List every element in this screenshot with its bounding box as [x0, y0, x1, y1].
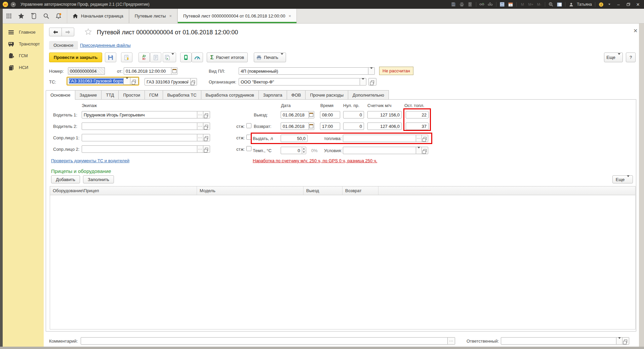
escort1-input[interactable] [82, 134, 197, 141]
responsible-dropdown-button[interactable] [616, 337, 622, 345]
history-icon[interactable] [30, 13, 37, 20]
check-documents-link[interactable]: Проверить документы ТС и водителей [51, 158, 129, 163]
driver1-open-button[interactable] [203, 111, 210, 118]
waybill-type-select[interactable] [239, 67, 368, 75]
print-button[interactable]: Печать [254, 53, 286, 62]
view-tab-main[interactable]: Основное [49, 41, 78, 49]
get-link-icon[interactable] [479, 1, 485, 7]
form-close-icon[interactable]: ✕ [633, 28, 638, 34]
sidebar-item-transport[interactable]: Транспорт [3, 38, 44, 50]
depart-zero-run-input[interactable] [343, 111, 364, 118]
dtkt-postings-button[interactable]: ДтКт [138, 53, 150, 62]
preview-icon[interactable] [468, 1, 473, 7]
sidebar-item-fuel[interactable]: ГСМ [3, 50, 44, 62]
depart-meter-input[interactable] [367, 111, 402, 118]
conditions-open-button[interactable] [422, 147, 428, 154]
close-icon[interactable]: ✕ [635, 2, 641, 7]
return-meter-input[interactable] [367, 123, 402, 130]
memory-minus-button[interactable]: M- [536, 1, 542, 7]
inner-tab-task[interactable]: Задание [75, 90, 102, 100]
create-based-on-button[interactable] [163, 53, 176, 62]
calculator-icon[interactable] [499, 1, 505, 7]
tab-close-icon[interactable]: × [169, 13, 172, 19]
temp-spinner[interactable] [302, 147, 306, 154]
escort2-input[interactable] [82, 145, 197, 153]
responsible-open-button[interactable] [622, 337, 629, 345]
inner-tab-fuel[interactable]: ГСМ [145, 90, 163, 100]
save-button[interactable] [105, 53, 116, 62]
go-link-icon[interactable] [488, 1, 493, 7]
calendar-picker-button[interactable] [171, 67, 177, 75]
conditions-select[interactable] [343, 147, 416, 154]
temp-input[interactable] [281, 147, 302, 154]
tab-close-icon[interactable]: × [289, 13, 291, 19]
app-logo-1c-icon[interactable]: 1С [3, 2, 8, 7]
comment-select-button[interactable] [448, 337, 455, 345]
organization-open-button[interactable] [368, 78, 376, 85]
inner-tab-staff-output[interactable]: Выработка сотрудников [201, 90, 259, 100]
waybill-type-dropdown-button[interactable] [368, 67, 375, 75]
notifications-bell-icon[interactable] [55, 13, 62, 20]
driver2-select-button[interactable] [197, 123, 203, 130]
escort2-select-button[interactable] [197, 145, 203, 153]
memory-plus-button[interactable]: M+ [528, 1, 533, 7]
tab-home[interactable]: Начальная страница [67, 9, 129, 23]
depart-fuel-rest-input[interactable] [406, 111, 429, 118]
driver2-stzh-checkbox[interactable] [246, 123, 251, 128]
meter-warning-link[interactable]: Наработка по счетчику м/ч: 250 ч, по GPS… [253, 158, 377, 163]
comment-input[interactable] [81, 337, 448, 345]
return-zero-run-input[interactable] [343, 123, 364, 130]
calc-totals-button[interactable]: Σ Расчет итогов [207, 53, 248, 62]
user-icon[interactable] [568, 1, 574, 7]
favorite-star-icon[interactable] [85, 28, 92, 36]
zoom-icon[interactable] [548, 1, 554, 7]
post-and-close-button[interactable]: Провести и закрыть [49, 53, 102, 62]
driver1-input[interactable] [82, 111, 197, 118]
inner-tab-vehicle-output[interactable]: Выработка ТС [163, 90, 201, 100]
conditions-dropdown-button[interactable] [416, 147, 422, 154]
organization-dropdown-button[interactable] [360, 78, 366, 85]
fuel-type-input[interactable] [343, 135, 416, 142]
depart-time-input[interactable] [320, 111, 340, 118]
fuel-type-select-button[interactable] [416, 135, 422, 142]
minimize-icon[interactable]: – [615, 2, 622, 7]
return-date-input[interactable] [281, 123, 309, 130]
more-button-table[interactable]: Еще [612, 175, 633, 183]
issue-fuel-input[interactable] [281, 135, 308, 142]
fuel-type-open-button[interactable] [422, 135, 428, 142]
vehicle-open-button[interactable] [130, 77, 138, 85]
escort2-stzh-checkbox[interactable] [246, 146, 251, 151]
vehicle-input[interactable]: ГАЗ 331063 Грузовой борто [67, 77, 124, 85]
responsible-select[interactable] [501, 337, 616, 345]
menu-grid-icon[interactable] [5, 13, 12, 20]
tab-waybill-document[interactable]: Путевой лист 00000000004 от 01.06.2018 1… [177, 9, 297, 23]
post-document-button[interactable] [121, 53, 132, 62]
inner-tab-downtime[interactable]: Простои [119, 90, 145, 100]
escort1-select-button[interactable] [197, 134, 203, 141]
add-row-button[interactable]: Добавить [51, 175, 80, 183]
calendar-icon[interactable]: 31 [508, 1, 513, 7]
return-fuel-rest-input[interactable] [406, 123, 429, 130]
inner-tab-main[interactable]: Основное [46, 90, 75, 100]
escort1-open-button[interactable] [203, 134, 210, 141]
sidebar-item-nsi[interactable]: НСИ [3, 62, 44, 73]
nav-back-button[interactable] [49, 28, 62, 36]
nav-forward-button[interactable] [62, 28, 74, 36]
split-window-icon[interactable] [557, 1, 562, 7]
document-journal-button[interactable] [150, 53, 161, 62]
search-icon[interactable] [43, 13, 49, 20]
memory-button[interactable]: M [520, 1, 525, 7]
number-input[interactable] [68, 67, 105, 75]
sidebar-item-main[interactable]: Главное [3, 26, 44, 38]
trailers-table-body[interactable] [50, 195, 635, 329]
vehicle-copy-open-button[interactable] [191, 78, 197, 85]
return-date-calendar-button[interactable] [309, 123, 314, 130]
return-time-input[interactable] [320, 123, 340, 130]
info-dropdown-icon[interactable] [607, 1, 612, 7]
driver2-input[interactable] [82, 123, 197, 130]
escort2-open-button[interactable] [203, 145, 210, 153]
driver2-open-button[interactable] [203, 123, 210, 130]
vehicle-copy-input[interactable] [145, 78, 191, 85]
gauge-button[interactable] [192, 53, 203, 62]
help-button[interactable]: ? [626, 53, 636, 62]
